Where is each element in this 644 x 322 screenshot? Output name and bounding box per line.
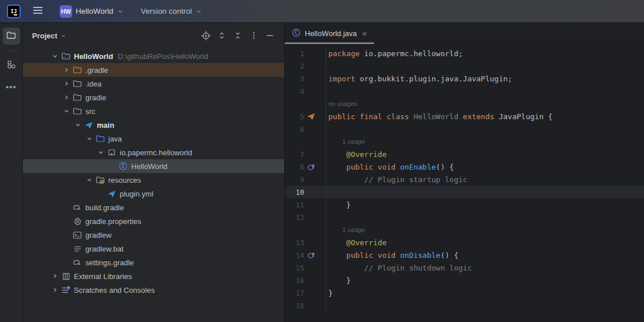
override-gutter-icon[interactable] — [306, 163, 316, 171]
token-plain: } — [328, 201, 351, 209]
code-line-8[interactable]: 8 public void onEnable() { — [285, 160, 644, 173]
chevron-down-icon[interactable] — [72, 121, 84, 128]
chevron-right-icon[interactable] — [61, 66, 72, 73]
code-line-6[interactable]: 6 — [285, 123, 644, 135]
tree-item-gradle-properties[interactable]: gradle.properties — [23, 214, 284, 228]
project-widget[interactable]: HW HelloWorld — [56, 3, 127, 20]
code-content: no usages — [325, 97, 644, 110]
code-line-14[interactable]: 14 public void onDisable() { — [285, 249, 644, 261]
project-tool-button[interactable] — [3, 28, 20, 45]
structure-icon — [6, 60, 16, 72]
editor-gutter: 10 — [285, 186, 325, 198]
tree-item-io-papermc-helloworld[interactable]: io.papermc.helloworld — [23, 146, 284, 159]
locate-file-button[interactable] — [199, 29, 212, 42]
code-line-2[interactable]: 2 — [285, 60, 644, 72]
ide-window: IJ HW HelloWorld Version control — [0, 0, 644, 322]
code-content: public void onDisable() { — [325, 249, 644, 261]
usage-hint-text[interactable]: 1 usage — [328, 138, 365, 145]
tree-item-plugin-yml[interactable]: plugin.yml — [23, 187, 284, 201]
chevron-down-icon[interactable] — [61, 108, 72, 115]
tree-item-label: gradle — [85, 93, 106, 102]
chevron-right-icon[interactable] — [49, 286, 61, 293]
line-number: 2 — [285, 62, 304, 70]
editor-gutter — [285, 97, 325, 110]
hide-tool-window-button[interactable] — [264, 29, 276, 42]
collapse-all-button[interactable] — [231, 29, 244, 42]
tree-item-label: gradlew.bat — [85, 245, 124, 253]
main-menu-button[interactable] — [30, 3, 46, 19]
chevron-right-icon[interactable] — [61, 80, 72, 87]
text-file-icon — [72, 245, 83, 253]
editor-gutter: 13 — [285, 236, 325, 249]
code-line-10[interactable]: 10 — [285, 186, 644, 198]
code-line-16[interactable]: 16 } — [285, 274, 644, 286]
line-number: 5 — [285, 112, 304, 121]
code-editor[interactable]: 1package io.papermc.helloworld;23import … — [285, 45, 644, 322]
tab-helloworld-java[interactable]: C HelloWorld.java × — [285, 23, 374, 44]
tree-item-src[interactable]: src — [23, 104, 284, 118]
code-line-3[interactable]: 3import org.bukkit.plugin.java.JavaPlugi… — [285, 72, 644, 85]
structure-tool-button[interactable] — [3, 57, 20, 74]
code-line-4[interactable]: 4 — [285, 85, 644, 97]
chevron-down-icon[interactable] — [95, 149, 107, 156]
code-line-7[interactable]: 7 @Override — [285, 148, 644, 160]
code-line-12[interactable]: 12 — [285, 211, 644, 223]
chevron-down-icon[interactable] — [84, 135, 95, 142]
code-line-13[interactable]: 13 @Override — [285, 236, 644, 249]
line-number: 3 — [285, 74, 304, 83]
usage-hint-text[interactable]: 1 usage — [328, 226, 365, 233]
active-tab-indicator — [285, 42, 374, 44]
code-line-15[interactable]: 15 // Plugin shutdown logic — [285, 261, 644, 274]
hamburger-icon — [33, 6, 43, 17]
chevron-down-icon[interactable] — [60, 33, 66, 39]
tree-item-gradle[interactable]: gradle — [23, 91, 284, 104]
tree-item-gradlew-bat[interactable]: gradlew.bat — [23, 242, 284, 256]
editor-tab-bar: C HelloWorld.java × — [285, 23, 644, 45]
intellij-logo-icon[interactable]: IJ — [7, 5, 21, 18]
code-line-1[interactable]: 1package io.papermc.helloworld; — [285, 47, 644, 60]
scratches-icon — [61, 286, 71, 294]
tree-item-gradle[interactable]: .gradle — [23, 63, 284, 77]
code-line-18[interactable]: 18 — [285, 299, 644, 312]
version-control-widget[interactable]: Version control — [138, 5, 206, 18]
tree-item-external-libraries[interactable]: External Libraries — [23, 269, 284, 283]
tree-item-scratches-and-consoles[interactable]: Scratches and Consoles — [23, 283, 284, 297]
code-content: // Plugin startup logic — [325, 173, 644, 186]
tab-label: HelloWorld.java — [305, 29, 357, 38]
code-line-5[interactable]: 5public final class HelloWorld extends J… — [285, 110, 644, 123]
plugin-gutter-icon[interactable] — [306, 112, 316, 121]
token-ann: @Override — [328, 238, 387, 247]
project-panel-title[interactable]: Project — [32, 32, 57, 40]
gradle-icon — [72, 203, 83, 212]
tree-item-helloworld[interactable]: HelloWorldD:\githubRePos\HelloWorld — [23, 49, 284, 63]
tree-item-gradlew[interactable]: gradlew — [23, 228, 284, 242]
chevron-right-icon[interactable] — [49, 273, 61, 280]
options-kebab-icon[interactable] — [248, 29, 260, 42]
token-plain: () { — [441, 251, 458, 260]
tree-item-resources[interactable]: resources — [23, 173, 284, 187]
code-content — [325, 186, 644, 198]
token-comment: // Plugin startup logic — [328, 175, 468, 184]
code-line-11[interactable]: 11 } — [285, 198, 644, 211]
override-gutter-icon[interactable] — [306, 251, 316, 260]
close-icon[interactable]: × — [361, 29, 368, 38]
tree-item-settings-gradle[interactable]: settings.gradle — [23, 256, 284, 269]
chevron-down-icon — [117, 8, 124, 15]
tree-item-main[interactable]: main — [23, 118, 284, 132]
more-tool-windows-button[interactable]: ••• — [6, 82, 17, 92]
tree-item-build-gradle[interactable]: build.gradle — [23, 201, 284, 214]
expand-all-button[interactable] — [215, 29, 228, 42]
tree-item-helloworld[interactable]: CHelloWorld — [23, 159, 284, 173]
usage-hint: 1 usage — [285, 223, 644, 236]
usage-hint-text[interactable]: no usages — [328, 100, 358, 107]
chevron-right-icon[interactable] — [61, 94, 72, 101]
project-path: D:\githubRePos\HelloWorld — [117, 52, 208, 61]
chevron-down-icon[interactable] — [49, 53, 61, 60]
tree-item-idea[interactable]: .idea — [23, 77, 284, 91]
token-kw: package — [328, 49, 360, 58]
code-line-17[interactable]: 17} — [285, 286, 644, 299]
tree-item-java[interactable]: java — [23, 132, 284, 146]
code-line-9[interactable]: 9 // Plugin startup logic — [285, 173, 644, 186]
chevron-down-icon[interactable] — [84, 176, 95, 183]
editor-gutter: 15 — [285, 261, 325, 274]
